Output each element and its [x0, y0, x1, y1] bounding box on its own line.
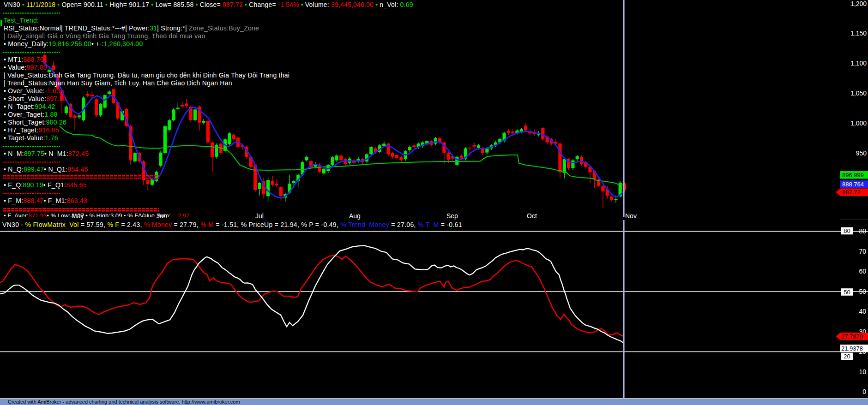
svg-text:• N_M:897.75• N_M1:872.45: • N_M:897.75• N_M1:872.45	[4, 150, 89, 157]
svg-text:10: 10	[859, 368, 866, 375]
svg-text:1,150: 1,150	[850, 30, 867, 37]
svg-text:80: 80	[844, 227, 850, 234]
svg-text:VN30 • 11/1/2018 • Open= 900.1: VN30 • 11/1/2018 • Open= 900.11 • High= …	[4, 1, 413, 8]
svg-text:60: 60	[859, 268, 866, 275]
svg-text:| Daily_singal: Giá o Vùng Đin: | Daily_singal: Giá o Vùng Đinh Gia Tang…	[4, 32, 205, 40]
svg-text:Nov: Nov	[625, 212, 637, 220]
svg-text:• F_Q:890.19• F_Q1:845.65: • F_Q:890.19• F_Q1:845.65	[4, 181, 87, 189]
svg-text:Sep: Sep	[446, 212, 458, 220]
svg-text:0: 0	[862, 388, 866, 395]
svg-text:• N_Q:899.47• N_Q1:854.46: • N_Q:899.47• N_Q1:854.46	[4, 166, 88, 173]
svg-text:• Money_Daily:19,816,256.00• +: • Money_Daily:19,816,256.00• +-:1,260,30…	[4, 40, 143, 48]
svg-text:887.72: 887.72	[842, 189, 861, 196]
svg-text:21.9378: 21.9378	[841, 345, 863, 352]
svg-text:| Trend_Status:Ngan Han Suy Gi: | Trend_Status:Ngan Han Suy Giam, Tich L…	[4, 79, 232, 87]
svg-text:| Value_Status:Đinh Gia Tang T: | Value_Status:Đinh Gia Tang Truong. Đâu…	[4, 71, 289, 79]
svg-text:• F_M:888.47• F_M1:863.43: • F_M:888.47• F_M1:863.43	[4, 197, 87, 204]
svg-text:• Over_Value:-1.03: • Over_Value:-1.03	[4, 87, 60, 95]
svg-text:950: 950	[856, 149, 867, 157]
svg-text:Created with AmiBroker - advan: Created with AmiBroker - advanced charti…	[8, 399, 240, 405]
svg-text:40: 40	[859, 308, 866, 315]
svg-text:Oct: Oct	[527, 212, 537, 220]
svg-text:1,200: 1,200	[850, 0, 867, 7]
svg-text:888.764: 888.764	[842, 181, 864, 188]
svg-text:Test_Trend:: Test_Trend:	[4, 17, 39, 24]
svg-text:50: 50	[844, 289, 850, 296]
svg-text:• H7_Taget:916.85: • H7_Taget:916.85	[4, 126, 59, 134]
svg-text:• Short_Taget:900.26: • Short_Taget:900.26	[4, 119, 66, 126]
svg-text:Jul: Jul	[255, 212, 264, 220]
svg-text:Jun: Jun	[157, 212, 167, 220]
svg-text:May: May	[72, 212, 84, 220]
svg-text:896.999: 896.999	[842, 172, 864, 179]
svg-text:• Short_Value:897.51: • Short_Value:897.51	[4, 95, 67, 102]
svg-text:VN30 - % FlowMatrix_Vol = 57.5: VN30 - % FlowMatrix_Vol = 57.59, % F = 2…	[2, 221, 462, 228]
svg-text:• Over_Taget:1.88: • Over_Taget:1.88	[4, 111, 58, 118]
svg-text:• Taget-Value:1.76: • Taget-Value:1.76	[4, 134, 58, 142]
svg-text:50: 50	[859, 288, 866, 295]
svg-text:27.7879: 27.7879	[841, 333, 863, 340]
svg-text:• Value:897.00: • Value:897.00	[4, 64, 47, 71]
svg-text:80: 80	[859, 227, 866, 235]
svg-text:Aug: Aug	[349, 212, 361, 220]
svg-text:RSI_Status:Normal| TREND_Statu: RSI_Status:Normal| TREND_Status:*---#| P…	[4, 24, 259, 32]
svg-text:• MT1:888.76: • MT1:888.76	[4, 56, 44, 63]
svg-text:70: 70	[859, 248, 866, 255]
svg-text:• N_Taget:904.42: • N_Taget:904.42	[4, 103, 55, 110]
svg-text:1,000: 1,000	[850, 119, 867, 127]
svg-text:20: 20	[844, 353, 850, 360]
svg-text:1,050: 1,050	[850, 89, 867, 97]
svg-text:1,100: 1,100	[850, 60, 867, 67]
